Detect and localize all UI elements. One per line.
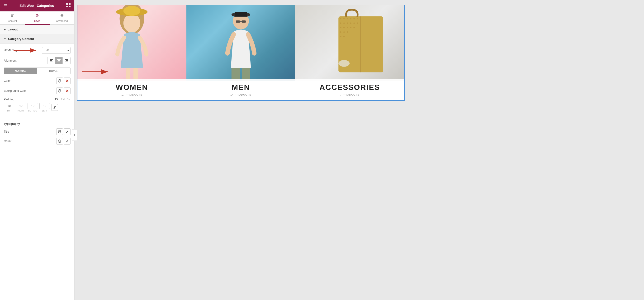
padding-right-input[interactable]	[16, 103, 26, 109]
unit-percent-btn[interactable]: %	[66, 98, 70, 101]
padding-section: Padding PX EM % TOP	[4, 98, 70, 112]
padding-inputs: TOP RIGHT BOTTOM LEFT	[4, 103, 70, 112]
svg-rect-8	[50, 59, 53, 60]
alignment-row: Alignment	[4, 57, 70, 64]
tab-advanced[interactable]: Advanced	[50, 12, 74, 25]
svg-rect-11	[57, 59, 60, 60]
alignment-controls	[47, 57, 70, 64]
align-center-btn[interactable]	[55, 57, 63, 64]
category-content-arrow-icon: ▼	[4, 38, 6, 40]
background-color-row: Background Color	[4, 88, 70, 94]
grid-icon[interactable]	[66, 3, 70, 8]
panel-title: Edit Woo - Categories	[20, 4, 54, 8]
svg-rect-10	[50, 62, 52, 62]
align-left-btn[interactable]	[48, 57, 55, 64]
html-tag-arrow	[14, 47, 40, 54]
svg-rect-12	[58, 60, 60, 61]
svg-point-57	[343, 22, 345, 24]
tab-content-label: Content	[8, 20, 17, 22]
canvas-content: WOMEN 17 PRODUCTS	[74, 0, 644, 300]
category-content-section-label: Category Content	[8, 37, 34, 41]
color-clear-btn[interactable]	[64, 78, 70, 84]
svg-point-69	[347, 31, 348, 33]
padding-bottom-input[interactable]	[28, 103, 38, 109]
align-right-btn[interactable]	[63, 57, 70, 64]
svg-point-66	[354, 27, 355, 28]
typography-count-edit-btn[interactable]	[64, 138, 70, 145]
svg-point-53	[350, 18, 352, 20]
padding-left-input[interactable]	[40, 103, 50, 109]
svg-point-50	[340, 18, 342, 20]
category-content-section-header[interactable]: ▼ Category Content	[0, 34, 74, 44]
unit-px-btn[interactable]: PX	[54, 98, 59, 101]
padding-top-wrap: TOP	[4, 103, 14, 112]
svg-rect-43	[234, 12, 247, 16]
tab-style[interactable]: Style	[25, 12, 50, 25]
bg-color-globe-btn[interactable]	[56, 88, 63, 94]
color-row: Color	[4, 78, 70, 84]
panel-collapse-btn[interactable]	[72, 129, 78, 141]
svg-point-51	[343, 18, 345, 20]
category-item-accessories[interactable]: ACCESSORIES 7 PRODUCTS	[295, 5, 404, 100]
typography-title-label: Title	[4, 130, 9, 133]
padding-top-input[interactable]	[4, 103, 14, 109]
accessories-title: ACCESSORIES	[298, 83, 402, 92]
typography-count-globe-btn[interactable]	[56, 138, 63, 145]
women-arrow	[82, 69, 111, 75]
html-tag-row: HTML Tag	[4, 47, 70, 54]
typography-section: Typography Title	[0, 119, 74, 151]
layout-section-header[interactable]: ▶ Layout	[0, 25, 74, 34]
svg-point-67	[340, 31, 342, 33]
state-tab-normal[interactable]: NORMAL	[4, 68, 37, 74]
svg-point-54	[354, 18, 355, 20]
svg-point-73	[338, 60, 350, 67]
panel-body: ▶ Layout ▼ Category Content HTML Tag	[0, 25, 74, 151]
svg-point-64	[347, 27, 348, 28]
category-item-women[interactable]: WOMEN 17 PRODUCTS	[78, 5, 186, 100]
style-tab-icon	[35, 14, 39, 19]
svg-point-60	[354, 22, 355, 24]
unit-em-btn[interactable]: EM	[60, 98, 66, 101]
state-tab-hover[interactable]: HOVER	[37, 68, 70, 74]
accessories-figure	[295, 5, 404, 81]
canvas-area: WOMEN 17 PRODUCTS	[74, 0, 644, 300]
tab-content[interactable]: Content	[0, 12, 25, 25]
padding-header-row: Padding PX EM %	[4, 98, 70, 101]
padding-link-btn[interactable]	[51, 104, 58, 111]
category-content-body: HTML Tag	[0, 44, 74, 119]
accessories-bg	[295, 5, 404, 81]
category-grid: WOMEN 17 PRODUCTS	[77, 5, 405, 101]
panel-header: ☰ Edit Woo - Categories	[0, 0, 74, 12]
bg-color-clear-btn[interactable]	[64, 88, 70, 94]
hamburger-icon[interactable]: ☰	[4, 4, 7, 8]
accessories-label-box: ACCESSORIES 7 PRODUCTS	[295, 79, 404, 100]
svg-point-34	[124, 14, 140, 33]
color-label: Color	[4, 79, 11, 83]
state-tabs: NORMAL HOVER	[4, 68, 70, 74]
padding-right-wrap: RIGHT	[16, 103, 26, 112]
men-figure	[186, 5, 296, 81]
color-globe-btn[interactable]	[56, 78, 63, 84]
typography-title-edit-btn[interactable]	[64, 128, 70, 135]
svg-rect-1	[69, 3, 70, 5]
category-item-men[interactable]: MEN 14 PRODUCTS	[186, 5, 296, 100]
svg-point-56	[340, 22, 342, 24]
svg-rect-0	[66, 3, 68, 5]
tab-style-label: Style	[34, 20, 40, 22]
typography-title-globe-btn[interactable]	[56, 128, 63, 135]
content-tab-icon	[10, 14, 14, 19]
typography-label: Typography	[4, 122, 70, 126]
svg-rect-14	[65, 59, 68, 60]
svg-point-61	[357, 22, 358, 24]
padding-bottom-wrap: BOTTOM	[28, 103, 38, 112]
svg-rect-3	[69, 6, 70, 7]
svg-rect-9	[50, 60, 52, 61]
svg-point-38	[124, 6, 140, 16]
html-tag-select[interactable]: H3 H1 H2 H4 H5 H6 P DIV	[42, 47, 70, 54]
svg-point-5	[36, 15, 38, 16]
svg-rect-13	[58, 62, 60, 62]
padding-right-label: RIGHT	[18, 110, 24, 112]
html-tag-controls: H3 H1 H2 H4 H5 H6 P DIV	[42, 47, 70, 54]
padding-unit-tabs: PX EM %	[54, 98, 70, 101]
background-color-label: Background Color	[4, 89, 26, 93]
